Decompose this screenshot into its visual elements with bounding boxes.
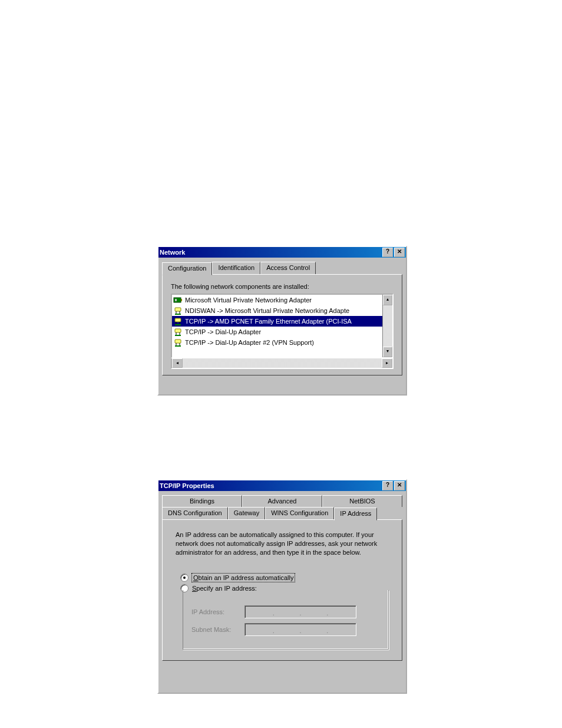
tab-bindings[interactable]: Bindings: [162, 495, 242, 507]
specify-address-group: IP Address: . . . Subnet Mask: . . .: [183, 590, 389, 650]
window-title: TCP/IP Properties: [160, 482, 214, 489]
list-item-label: TCP/IP -> Dial-Up Adapter: [185, 328, 261, 335]
protocol-binding-icon: [173, 306, 183, 315]
list-item-label: NDISWAN -> Microsoft Virtual Private Net…: [185, 307, 349, 314]
list-item-label: TCP/IP -> Dial-Up Adapter #2 (VPN Suppor…: [185, 339, 314, 346]
help-button[interactable]: ?: [382, 248, 393, 257]
titlebar-tcpip[interactable]: TCP/IP Properties ? ✕: [158, 480, 406, 491]
ip-blurb: An IP address can be automatically assig…: [176, 531, 388, 557]
tabs-tcpip-row1: Bindings Advanced NetBIOS: [162, 495, 402, 506]
scroll-track[interactable]: [383, 305, 392, 347]
list-item[interactable]: Microsoft Virtual Private Networking Ada…: [172, 295, 382, 305]
listbox-horizontal-scrollbar[interactable]: ◂ ▸: [171, 358, 394, 369]
close-button[interactable]: ✕: [394, 248, 405, 257]
list-item[interactable]: TCP/IP -> Dial-Up Adapter #2 (VPN Suppor…: [172, 337, 382, 348]
subnet-mask-label: Subnet Mask:: [191, 626, 244, 633]
titlebar-network[interactable]: Network ? ✕: [158, 247, 406, 258]
list-item-label: TCP/IP -> AMD PCNET Family Ethernet Adap…: [185, 318, 352, 325]
protocol-binding-icon: [173, 327, 183, 337]
close-button[interactable]: ✕: [394, 481, 405, 490]
ip-address-label: IP Address:: [191, 608, 244, 615]
tabs-network: Configuration Identification Access Cont…: [162, 261, 402, 274]
radio-label: Obtain an IP address automatically: [192, 574, 295, 582]
help-button[interactable]: ?: [382, 481, 393, 490]
listbox-vertical-scrollbar[interactable]: ▴ ▾: [382, 295, 392, 357]
scroll-right-button[interactable]: ▸: [382, 358, 392, 368]
window-title: Network: [160, 249, 185, 256]
protocol-binding-icon: [173, 317, 183, 326]
radio-obtain-automatically[interactable]: Obtain an IP address automatically: [180, 574, 389, 582]
tab-wins-configuration[interactable]: WINS Configuration: [265, 507, 334, 520]
radio-indicator: [180, 574, 189, 582]
tabpanel-configuration: The following network components are ins…: [162, 274, 402, 375]
list-item[interactable]: TCP/IP -> AMD PCNET Family Ethernet Adap…: [172, 316, 382, 327]
list-item-label: Microsoft Virtual Private Networking Ada…: [185, 297, 312, 304]
tabs-tcpip-row2: DNS Configuration Gateway WINS Configura…: [162, 506, 402, 519]
components-listbox[interactable]: Microsoft Virtual Private Networking Ada…: [171, 294, 394, 358]
list-item[interactable]: NDISWAN -> Microsoft Virtual Private Net…: [172, 305, 382, 316]
list-item[interactable]: TCP/IP -> Dial-Up Adapter: [172, 327, 382, 337]
scroll-up-button[interactable]: ▴: [383, 295, 392, 305]
tab-advanced[interactable]: Advanced: [242, 495, 322, 507]
subnet-mask-field[interactable]: . . .: [244, 623, 356, 636]
scroll-track-h[interactable]: [183, 358, 382, 368]
scroll-left-button[interactable]: ◂: [172, 358, 183, 368]
tab-netbios[interactable]: NetBIOS: [322, 495, 402, 507]
network-dialog: Network ? ✕ Configuration Identification…: [157, 246, 407, 396]
tab-configuration[interactable]: Configuration: [162, 262, 212, 275]
tab-dns-configuration[interactable]: DNS Configuration: [162, 507, 228, 520]
tab-ip-address[interactable]: IP Address: [334, 508, 377, 521]
adapter-card-icon: [173, 295, 183, 305]
tab-identification[interactable]: Identification: [212, 262, 260, 275]
ip-address-field[interactable]: . . .: [244, 605, 356, 618]
tcpip-properties-dialog: TCP/IP Properties ? ✕ Bindings Advanced …: [157, 479, 407, 694]
tab-access-control[interactable]: Access Control: [260, 262, 316, 275]
protocol-binding-icon: [173, 338, 183, 347]
scroll-down-button[interactable]: ▾: [383, 347, 392, 357]
tab-gateway[interactable]: Gateway: [228, 507, 265, 520]
installed-components-label: The following network components are ins…: [171, 283, 394, 290]
tabpanel-ip-address: An IP address can be automatically assig…: [162, 519, 402, 661]
